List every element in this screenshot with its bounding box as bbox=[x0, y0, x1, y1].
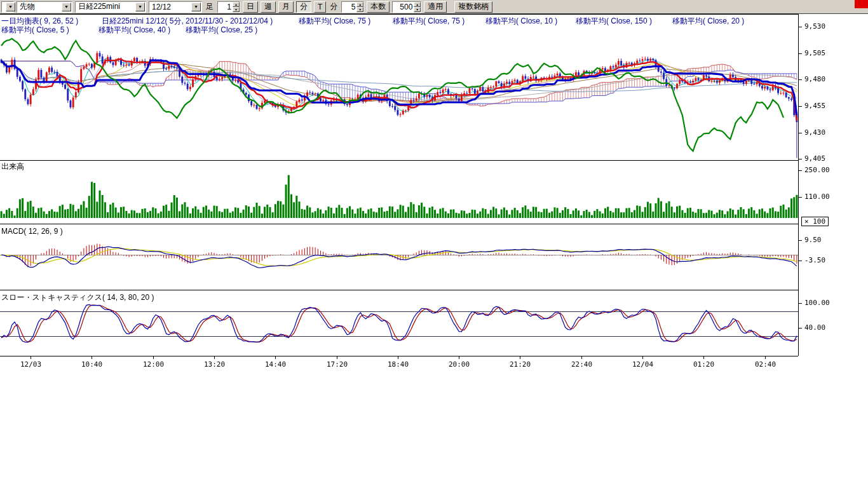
bar-interval-spinner-value[interactable]: 5 bbox=[342, 2, 356, 12]
dropdown-arrow-icon[interactable]: ▼ bbox=[62, 3, 71, 11]
instrument-dropdown[interactable]: 先物 ▼ bbox=[17, 1, 72, 13]
period-tick-button[interactable]: T bbox=[314, 1, 326, 13]
period-day-button[interactable]: 日 bbox=[243, 1, 258, 13]
period-month-button[interactable]: 月 bbox=[278, 1, 294, 13]
symbol-dropdown-value: 日経225mini bbox=[78, 1, 134, 12]
period-week-button[interactable]: 週 bbox=[261, 1, 276, 13]
chart-application-window: ▼ 先物 ▼ 日経225mini ▼ 12/12 ▼ 足 1 ▲▼ 日 週 月 … bbox=[0, 0, 868, 488]
ashi-label: 足 bbox=[205, 1, 215, 12]
dropdown-arrow-icon[interactable]: ▼ bbox=[6, 3, 15, 11]
interval-spinner-value[interactable]: 1 bbox=[218, 2, 233, 12]
period-minute-button[interactable]: 分 bbox=[296, 1, 311, 13]
bar-count-button[interactable]: 本数 bbox=[367, 1, 390, 13]
instrument-dropdown-value: 先物 bbox=[20, 1, 60, 12]
count-spinner[interactable]: 500 ▲▼ bbox=[392, 1, 421, 13]
minute-label: 分 bbox=[329, 1, 339, 12]
mini-dropdown[interactable]: ▼ bbox=[1, 1, 14, 13]
status-red-box bbox=[855, 0, 868, 8]
spinner-down-icon[interactable]: ▼ bbox=[356, 7, 363, 12]
toolbar: ▼ 先物 ▼ 日経225mini ▼ 12/12 ▼ 足 1 ▲▼ 日 週 月 … bbox=[0, 0, 868, 14]
count-spinner-value[interactable]: 500 bbox=[393, 2, 414, 12]
spinner-up-icon[interactable]: ▲ bbox=[356, 2, 363, 7]
dropdown-arrow-icon[interactable]: ▼ bbox=[191, 3, 201, 11]
symbol-dropdown[interactable]: 日経225mini ▼ bbox=[75, 1, 146, 13]
interval-spinner[interactable]: 1 ▲▼ bbox=[217, 1, 240, 13]
date-dropdown-value: 12/12 bbox=[152, 3, 190, 11]
spinner-up-icon[interactable]: ▲ bbox=[414, 2, 421, 7]
apply-button[interactable]: 適用 bbox=[424, 1, 447, 13]
bar-interval-spinner[interactable]: 5 ▲▼ bbox=[341, 1, 364, 13]
dropdown-arrow-icon[interactable]: ▼ bbox=[135, 3, 145, 11]
spinner-down-icon[interactable]: ▼ bbox=[414, 7, 421, 12]
multi-symbol-button[interactable]: 複数銘柄 bbox=[454, 1, 492, 13]
spinner-up-icon[interactable]: ▲ bbox=[233, 2, 240, 7]
spinner-down-icon[interactable]: ▼ bbox=[233, 7, 240, 12]
chart-canvas[interactable] bbox=[0, 0, 868, 381]
date-dropdown[interactable]: 12/12 ▼ bbox=[149, 1, 202, 13]
